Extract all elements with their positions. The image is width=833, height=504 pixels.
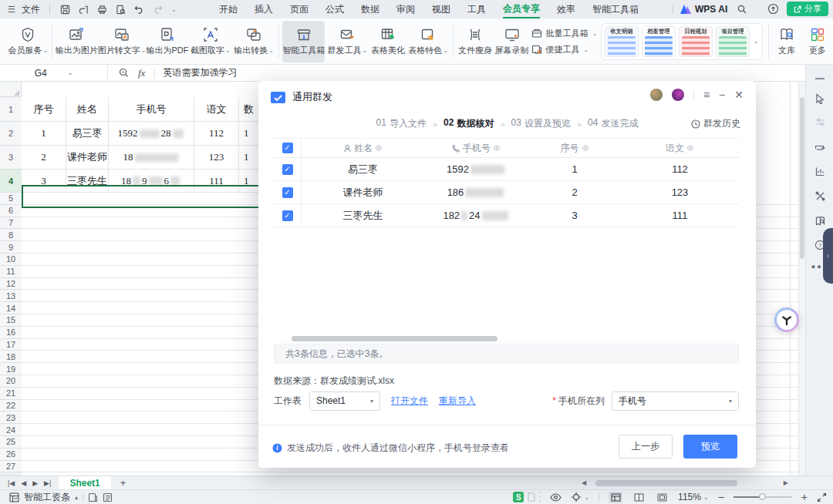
column-name[interactable]: 姓名 [302, 139, 424, 157]
cell-d4[interactable]: 111 [194, 170, 239, 193]
handy-tools-button[interactable]: 便捷工具⌄ [531, 44, 597, 55]
cell-c3[interactable]: 18 [109, 146, 194, 170]
locate-icon[interactable]: ⌄ [571, 492, 589, 502]
reimport-link[interactable]: 重新导入 [439, 395, 476, 408]
tab-review[interactable]: 审阅 [396, 0, 415, 18]
horizontal-scrollbar[interactable]: ◀ ▶ [592, 480, 777, 486]
view-page-icon[interactable] [632, 492, 646, 503]
doc-assist-icon[interactable] [88, 492, 98, 502]
dialog-horizontal-scrollbar[interactable] [292, 336, 497, 341]
format-settings-icon[interactable] [814, 116, 826, 128]
zoom-level[interactable]: 115%⌄ [678, 492, 709, 502]
worksheet-select[interactable]: Sheet1 ▾ [309, 391, 380, 411]
upload-cloud-icon[interactable] [767, 3, 779, 15]
send-history-button[interactable]: 群发历史 [691, 117, 740, 130]
tab-data[interactable]: 数据 [361, 0, 379, 18]
eye-icon[interactable] [375, 145, 383, 151]
row-header-8[interactable]: 8 [0, 229, 22, 241]
preview-button[interactable]: 预览 [683, 435, 737, 459]
table-row[interactable]: ✓ 课件老师 186 2 123 [274, 181, 739, 204]
row-header-21[interactable]: 21 [0, 388, 22, 400]
eye-protect-icon[interactable] [550, 493, 562, 502]
step-settings[interactable]: 03设置及预览 [511, 117, 571, 130]
ai-assistant-float-button[interactable] [774, 307, 799, 332]
cell-c2[interactable]: 159228 [109, 122, 194, 146]
insert-function-button[interactable]: fx [138, 67, 145, 79]
row-header-17[interactable]: 17 [0, 339, 22, 351]
row-header-20[interactable]: 20 [0, 375, 22, 388]
row-header-19[interactable]: 19 [0, 363, 22, 375]
zoom-out-icon[interactable]: − [718, 491, 724, 503]
row-header-18[interactable]: 18 [0, 351, 22, 363]
last-sheet-icon[interactable]: ▶| [44, 479, 51, 487]
export-convert-button[interactable]: 输出转换⌄ [232, 21, 275, 62]
collapsed-panel-tab[interactable]: ‹ [823, 228, 833, 284]
image-to-text-button[interactable]: 图片转文字⌄ [98, 21, 147, 62]
doc-outline-icon[interactable] [103, 492, 113, 502]
table-special-button[interactable]: 表格特色⌄ [406, 21, 450, 62]
search-icon[interactable] [737, 5, 747, 14]
collapse-panel-icon[interactable] [814, 72, 826, 85]
undo-icon[interactable] [133, 3, 146, 15]
dialog-menu-icon[interactable]: ≡ [703, 89, 710, 100]
cell-b2[interactable]: 易三枣 [66, 122, 109, 146]
cell-b3[interactable]: 课件老师 [66, 146, 109, 170]
dialog-close-icon[interactable]: ✕ [734, 89, 744, 100]
wps-ai-label[interactable]: WPS AI [695, 4, 727, 15]
row-header-26[interactable]: 26 [0, 449, 22, 461]
step-import[interactable]: 01导入文件 [376, 117, 427, 130]
tab-view[interactable]: 视图 [432, 0, 450, 18]
row-header-14[interactable]: 14 [0, 302, 22, 314]
zoom-formula-icon[interactable] [119, 68, 129, 78]
row-header-22[interactable]: 22 [0, 400, 22, 412]
export-pdf-button[interactable]: 输出为PDF [146, 21, 188, 62]
column-seq[interactable]: 序号 [528, 139, 621, 157]
tab-efficiency[interactable]: 效率 [557, 0, 575, 18]
tab-formula[interactable]: 公式 [325, 0, 344, 18]
row-header-4[interactable]: 4 [0, 170, 22, 193]
file-menu[interactable]: 文件 [22, 3, 40, 16]
print-icon[interactable] [96, 3, 109, 15]
template-card-archive[interactable]: 档案管理 [642, 26, 676, 57]
horizontal-scrollbar-thumb[interactable] [595, 480, 737, 486]
select-all-checkbox[interactable]: ✓ [274, 139, 302, 157]
row-header-25[interactable]: 25 [0, 436, 22, 449]
template-card-schedule[interactable]: 日程规划 [679, 26, 713, 57]
zoom-in-icon[interactable]: + [801, 491, 808, 503]
cell-a4[interactable]: 3 [22, 170, 66, 193]
view-normal-icon[interactable] [609, 492, 622, 503]
tab-smart-toolbox[interactable]: 智能工具箱 [592, 0, 639, 18]
dialog-minimize-icon[interactable]: − [719, 89, 725, 100]
add-sheet-icon[interactable]: + [120, 477, 126, 489]
tab-insert[interactable]: 插入 [255, 0, 273, 18]
cell-a3[interactable]: 2 [22, 146, 66, 170]
row-header-27[interactable]: 27 [0, 461, 22, 473]
batch-toolbox-button[interactable]: 批量工具箱⌄ [531, 28, 597, 39]
eye-icon[interactable] [493, 145, 501, 151]
screenshot-text-button[interactable]: 截图取字⌄ [188, 21, 231, 62]
vertical-scrollbar[interactable] [798, 82, 805, 475]
column-chinese[interactable]: 语文 [621, 139, 739, 157]
library-button[interactable]: 文库 [772, 21, 802, 62]
row-header-24[interactable]: 24 [0, 424, 22, 436]
mass-send-tool-button[interactable]: 群发工具⌄ [325, 21, 369, 62]
row-checkbox[interactable]: ✓ [274, 158, 302, 180]
tab-page[interactable]: 页面 [290, 0, 309, 18]
save-icon[interactable] [59, 3, 72, 15]
smart-toolbox-button[interactable]: 智能工具箱 [282, 21, 325, 62]
scroll-left-icon[interactable]: ◀ [582, 479, 586, 486]
step-verify[interactable]: 02数据核对 [443, 117, 494, 130]
export-image-button[interactable]: 输出为图片 [56, 21, 98, 62]
file-slim-button[interactable]: 文件瘦身 [457, 21, 494, 62]
cell-c1[interactable]: 手机号 [109, 97, 194, 122]
fullscreen-icon[interactable] [817, 492, 827, 502]
more-button[interactable]: 更多 [801, 21, 833, 62]
row-header-13[interactable]: 13 [0, 290, 22, 302]
tab-tools[interactable]: 工具 [467, 0, 486, 18]
table-beautify-button[interactable]: 表格美化 [369, 21, 406, 62]
template-card-project[interactable]: 项目管理 [716, 26, 750, 57]
print-preview-icon[interactable] [115, 3, 127, 15]
table-row[interactable]: ✓ 三枣先生 18224 3 111 [274, 204, 739, 227]
avatar[interactable] [650, 89, 663, 101]
loop-convert-icon[interactable] [814, 140, 826, 153]
